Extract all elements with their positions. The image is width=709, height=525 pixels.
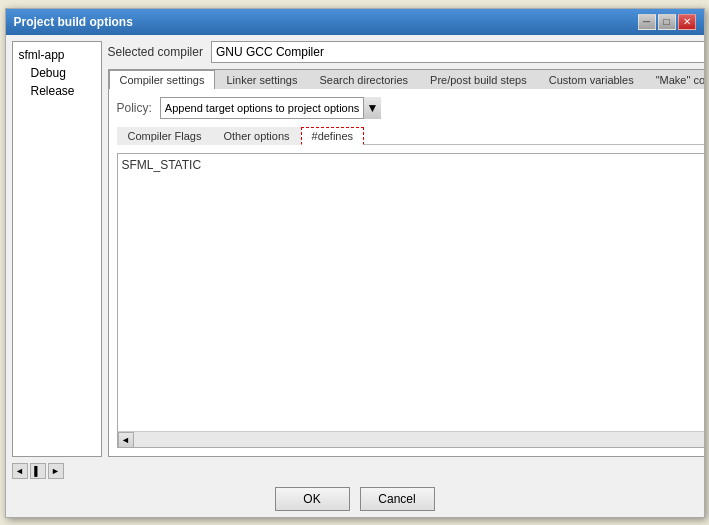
tab-container: Compiler settings Linker settings Search… xyxy=(108,69,704,457)
policy-dropdown-wrapper: Append target options to project options… xyxy=(160,97,381,119)
sidebar-item-debug[interactable]: Debug xyxy=(15,64,99,82)
tab-compiler-settings[interactable]: Compiler settings xyxy=(109,70,216,89)
defines-text-area-container: SFML_STATIC ▲ ▼ ◄ ► xyxy=(117,153,704,448)
policy-dropdown[interactable]: Append target options to project options xyxy=(160,97,381,119)
compiler-row: Selected compiler GNU GCC Compiler ▼ xyxy=(108,41,704,63)
sidebar-item-release[interactable]: Release xyxy=(15,82,99,100)
inner-tab-defines[interactable]: #defines xyxy=(301,127,365,145)
title-bar-buttons: ─ □ ✕ xyxy=(638,14,696,30)
tab-make-commands[interactable]: "Make" commands xyxy=(645,70,704,89)
cancel-button[interactable]: Cancel xyxy=(360,487,435,511)
main-content: sfml-app Debug Release Selected compiler… xyxy=(6,35,704,463)
inner-tab-compiler-flags[interactable]: Compiler Flags xyxy=(117,127,213,145)
right-panel: Selected compiler GNU GCC Compiler ▼ Com… xyxy=(108,41,704,457)
bottom-scroll-row: ◄ ▌ ► xyxy=(6,463,704,481)
scroll-left-button[interactable]: ◄ xyxy=(118,432,134,448)
tab-pre-post-build-steps[interactable]: Pre/post build steps xyxy=(419,70,538,89)
compiler-dropdown-wrapper: GNU GCC Compiler ▼ xyxy=(211,41,704,63)
sidebar-scroll-right[interactable]: ► xyxy=(48,463,64,479)
minimize-button[interactable]: ─ xyxy=(638,14,656,30)
policy-row: Policy: Append target options to project… xyxy=(117,97,704,119)
project-build-options-window: Project build options ─ □ ✕ sfml-app Deb… xyxy=(5,8,705,518)
tab-search-directories[interactable]: Search directories xyxy=(308,70,419,89)
policy-label: Policy: xyxy=(117,101,152,115)
ok-button[interactable]: OK xyxy=(275,487,350,511)
defines-content: SFML_STATIC xyxy=(122,158,704,172)
inner-tab-other-options[interactable]: Other options xyxy=(212,127,300,145)
sidebar-scroll-left[interactable]: ◄ xyxy=(12,463,28,479)
tab-content-compiler-settings: Policy: Append target options to project… xyxy=(109,89,704,456)
defines-text-area[interactable]: SFML_STATIC xyxy=(118,154,704,431)
inner-tabs-row: Compiler Flags Other options #defines xyxy=(117,127,704,145)
window-title: Project build options xyxy=(14,15,133,29)
bottom-bar: OK Cancel xyxy=(6,481,704,517)
tab-custom-variables[interactable]: Custom variables xyxy=(538,70,645,89)
tab-linker-settings[interactable]: Linker settings xyxy=(215,70,308,89)
maximize-button[interactable]: □ xyxy=(658,14,676,30)
main-tabs-row: Compiler settings Linker settings Search… xyxy=(109,70,704,89)
title-bar: Project build options ─ □ ✕ xyxy=(6,9,704,35)
scroll-track-h[interactable] xyxy=(134,432,704,447)
close-button[interactable]: ✕ xyxy=(678,14,696,30)
compiler-label: Selected compiler xyxy=(108,45,203,59)
sidebar-scroll-center[interactable]: ▌ xyxy=(30,463,46,479)
sidebar: sfml-app Debug Release xyxy=(12,41,102,457)
horizontal-scrollbar[interactable]: ◄ ► xyxy=(118,431,704,447)
sidebar-item-sfml-app[interactable]: sfml-app xyxy=(15,46,99,64)
compiler-dropdown[interactable]: GNU GCC Compiler xyxy=(211,41,704,63)
